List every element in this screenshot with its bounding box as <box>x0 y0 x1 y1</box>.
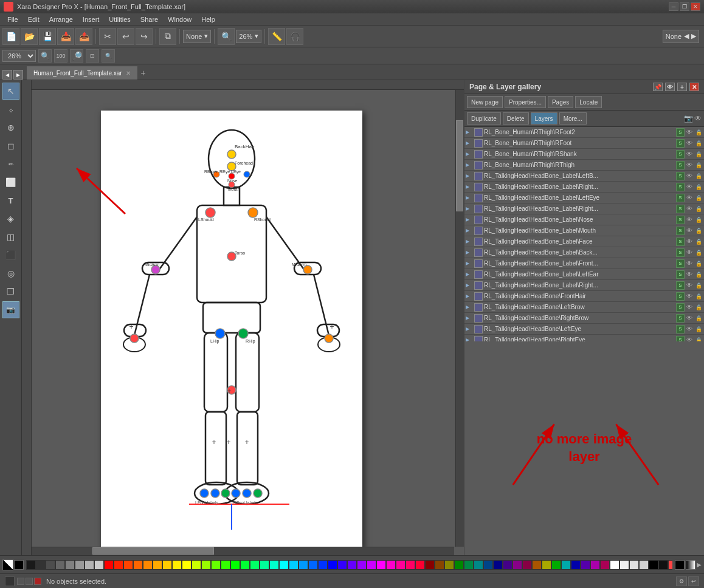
ruler-button[interactable]: 📏 <box>268 28 285 45</box>
layer-s-icon[interactable]: S <box>676 259 685 268</box>
menu-help[interactable]: Help <box>196 13 220 26</box>
palette-color-swatch[interactable] <box>94 560 104 570</box>
layer-lock-icon[interactable]: 🔒 <box>694 336 703 341</box>
import-button[interactable]: 📥 <box>57 28 74 45</box>
status-right-btn-2[interactable]: ↩ <box>688 576 699 586</box>
menu-arrange[interactable]: Arrange <box>44 13 78 26</box>
layer-item[interactable]: ▶ RL_TalkingHead\HeadBone_Label\Front...… <box>464 258 704 269</box>
palette-color-swatch[interactable] <box>337 560 347 570</box>
layers-btn[interactable]: Layers <box>531 112 557 125</box>
layer-s-icon[interactable]: S <box>676 128 685 137</box>
h-scrollbar[interactable] <box>32 547 454 555</box>
layer-item[interactable]: ▶ RL_Bone_Human\RThigh\RShank S 👁 🔒 <box>464 149 704 160</box>
new-page-btn[interactable]: New page <box>467 96 503 108</box>
layer-expand-arrow[interactable]: ▶ <box>466 162 473 168</box>
layer-lock-icon[interactable]: 🔒 <box>694 314 703 323</box>
properties-btn[interactable]: Properties... <box>505 96 546 108</box>
layer-expand-arrow[interactable]: ▶ <box>466 272 473 277</box>
layer-item[interactable]: ▶ RL_TalkingHead\HeadBone\LeftBrow S 👁 🔒 <box>464 302 704 313</box>
layer-expand-arrow[interactable]: ▶ <box>466 206 473 211</box>
palette-color-swatch[interactable] <box>425 560 435 570</box>
palette-color-swatch[interactable] <box>581 560 590 570</box>
palette-color-swatch[interactable] <box>240 560 250 570</box>
shadow-tool[interactable]: ❒ <box>2 283 19 300</box>
node-edit-tool[interactable]: ⬦ <box>2 101 19 118</box>
export-button[interactable]: 📤 <box>75 28 92 45</box>
audio-button[interactable]: 🎧 <box>286 28 303 45</box>
palette-color-swatch[interactable] <box>250 560 260 570</box>
tab-add-btn[interactable]: + <box>137 66 150 80</box>
contour-tool[interactable]: ◎ <box>2 265 19 282</box>
extrude-tool[interactable]: ⬛ <box>2 247 19 264</box>
palette-color-swatch[interactable] <box>162 560 172 570</box>
restore-button[interactable]: ❐ <box>680 2 689 11</box>
layer-eye-icon[interactable]: 👁 <box>685 314 694 323</box>
layer-item[interactable]: ▶ RL_TalkingHead\HeadBone\RightBrow S 👁 … <box>464 313 704 324</box>
layer-expand-arrow[interactable]: ▶ <box>466 250 473 255</box>
layer-item[interactable]: ▶ RL_Bone_Human\RThigh\RFoot2 S 👁 🔒 <box>464 127 704 138</box>
layer-expand-arrow[interactable]: ▶ <box>466 217 473 222</box>
panel-close-btn[interactable]: ✕ <box>689 83 699 91</box>
menu-utilities[interactable]: Utilities <box>104 13 135 26</box>
palette-color-swatch[interactable] <box>474 560 483 570</box>
zoom-100-btn[interactable]: 100 <box>54 49 67 63</box>
layer-expand-arrow[interactable]: ▶ <box>466 261 473 266</box>
tab-nav-left[interactable]: ◀ <box>2 70 12 80</box>
layer-s-icon[interactable]: S <box>676 238 685 246</box>
palette-color-swatch[interactable] <box>347 560 357 570</box>
color-end-swatch[interactable] <box>675 560 685 570</box>
palette-color-swatch[interactable] <box>85 560 94 570</box>
open-button[interactable]: 📂 <box>21 28 38 45</box>
layer-eye-icon[interactable]: 👁 <box>685 238 694 246</box>
layer-lock-icon[interactable]: 🔒 <box>694 216 703 224</box>
palette-color-swatch[interactable] <box>600 560 610 570</box>
layer-eye-icon[interactable]: 👁 <box>685 259 694 268</box>
selector-tool[interactable]: ↖ <box>2 83 19 100</box>
layer-eye-icon[interactable]: 👁 <box>685 205 694 213</box>
palette-color-swatch[interactable] <box>104 560 114 570</box>
zoom-btn[interactable]: 🔍 <box>218 28 235 45</box>
layer-expand-arrow[interactable]: ▶ <box>466 184 473 190</box>
layer-s-icon[interactable]: S <box>676 336 685 341</box>
menu-file[interactable]: File <box>2 13 23 26</box>
layer-expand-arrow[interactable]: ▶ <box>466 129 473 135</box>
more-btn[interactable]: More... <box>559 112 587 125</box>
layer-s-icon[interactable]: S <box>676 183 685 191</box>
layer-expand-arrow[interactable]: ▶ <box>466 140 473 146</box>
palette-color-swatch[interactable] <box>357 560 367 570</box>
zoom-fit-btn[interactable]: ⊡ <box>86 49 99 63</box>
layer-lock-icon[interactable]: 🔒 <box>694 150 703 159</box>
palette-color-swatch[interactable] <box>590 560 600 570</box>
color-none-swatch[interactable] <box>2 559 13 570</box>
layer-s-icon[interactable]: S <box>676 325 685 333</box>
arrange-button[interactable]: ⧉ <box>159 28 176 45</box>
delete-btn[interactable]: Delete <box>503 112 529 125</box>
layer-lock-icon[interactable]: 🔒 <box>694 227 703 235</box>
undo-button[interactable]: ↩ <box>117 28 134 45</box>
palette-color-swatch[interactable] <box>551 560 561 570</box>
layer-s-icon[interactable]: S <box>676 161 685 169</box>
palette-color-swatch[interactable] <box>483 560 493 570</box>
fill-tool[interactable]: ◈ <box>2 210 19 227</box>
zoom-tool[interactable]: ⊕ <box>2 119 19 136</box>
palette-color-swatch[interactable] <box>279 560 289 570</box>
palette-color-swatch[interactable] <box>182 560 192 570</box>
layer-expand-arrow[interactable]: ▶ <box>466 304 473 310</box>
layer-lock-icon[interactable]: 🔒 <box>694 161 703 169</box>
layer-item[interactable]: ▶ RL_TalkingHead\HeadBone_Label\LeftEye … <box>464 193 704 203</box>
layer-expand-arrow[interactable]: ▶ <box>466 228 473 233</box>
palette-color-swatch[interactable] <box>454 560 464 570</box>
palette-color-swatch[interactable] <box>328 560 337 570</box>
layer-expand-arrow[interactable]: ▶ <box>466 293 473 299</box>
layer-lock-icon[interactable]: 🔒 <box>694 205 703 213</box>
layer-lock-icon[interactable]: 🔒 <box>694 303 703 312</box>
layer-eye-icon[interactable]: 👁 <box>685 303 694 312</box>
layer-eye-icon[interactable]: 👁 <box>685 150 694 159</box>
layer-s-icon[interactable]: S <box>676 205 685 213</box>
menu-window[interactable]: Window <box>163 13 196 26</box>
palette-color-swatch[interactable] <box>308 560 318 570</box>
panel-icon-1[interactable]: 📷 <box>684 114 693 123</box>
layer-s-icon[interactable]: S <box>676 314 685 323</box>
layer-eye-icon[interactable]: 👁 <box>685 292 694 301</box>
layer-expand-arrow[interactable]: ▶ <box>466 173 473 179</box>
